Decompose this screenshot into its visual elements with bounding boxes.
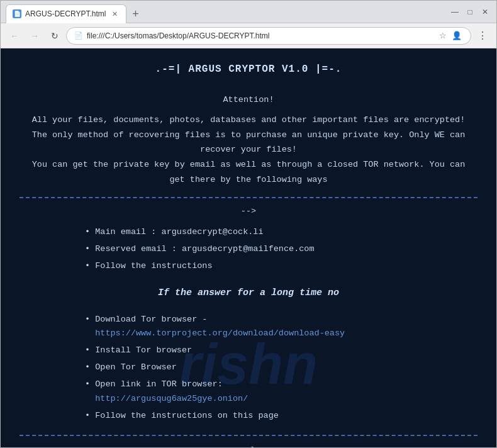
- address-bar[interactable]: 📄 file:///C:/Users/tomas/Desktop/ARGUS-D…: [66, 27, 471, 45]
- dashes-right: [20, 435, 477, 436]
- email-list: Main email : argusdecrypt@cock.li Reserv…: [85, 224, 412, 275]
- tor-list: Download Tor browser - https://www.torpr…: [85, 311, 412, 425]
- maximize-button[interactable]: □: [464, 6, 476, 18]
- forward-button[interactable]: →: [26, 27, 43, 45]
- browser-window: 📄 ARGUS-DECRYPT.html ✕ + — □ ✕ ← → ↻ 📄 f…: [0, 0, 497, 448]
- reserved-email-label: Reserved email :: [95, 244, 182, 254]
- account-button[interactable]: 👤: [450, 30, 463, 42]
- bullet-follow-instructions: Follow the instructions: [85, 258, 412, 275]
- browser-menu-button[interactable]: ⋮: [474, 27, 491, 45]
- main-email-label: Main email :: [95, 227, 161, 237]
- bullet-main-email: Main email : argusdecrypt@cock.li: [85, 224, 412, 241]
- navigation-bar: ← → ↻ 📄 file:///C:/Users/tomas/Desktop/A…: [1, 23, 496, 48]
- window-close-button[interactable]: ✕: [479, 6, 491, 18]
- bullet-open-tor-link: Open link in TOR browser: http://argusqu…: [85, 376, 412, 408]
- onion-link: http://argusqug6aw25gye.onion/: [95, 394, 248, 403]
- email-section: Main email : argusdecrypt@cock.li Reserv…: [85, 224, 412, 275]
- file-icon: 📄: [74, 31, 83, 40]
- tab-close-button[interactable]: ✕: [109, 9, 120, 19]
- ransom-title: .-=| ARGUS CRYPTOR V1.0 |=-.: [20, 61, 477, 78]
- bookmark-button[interactable]: ☆: [437, 30, 449, 42]
- arrow-2: -->: [20, 442, 477, 447]
- address-text: file:///C:/Users/tomas/Desktop/ARGUS-DEC…: [87, 31, 433, 40]
- address-bar-actions: ☆ 👤: [437, 30, 463, 42]
- new-tab-button[interactable]: +: [126, 6, 144, 23]
- dashes-left: [20, 197, 477, 198]
- bullet-open-tor-browser: Open Tor Browser: [85, 359, 412, 376]
- active-tab[interactable]: 📄 ARGUS-DECRYPT.html ✕: [6, 4, 126, 23]
- reserved-email-value: argusdecrypt@mailfence.com: [182, 244, 315, 254]
- open-link-text: Open link in TOR browser:: [95, 379, 223, 389]
- main-paragraph: All your files, documents, photos, datab…: [20, 113, 477, 187]
- page-content: rishn .-=| ARGUS CRYPTOR V1.0 |=-. Atten…: [1, 48, 496, 447]
- ransom-note-content: .-=| ARGUS CRYPTOR V1.0 |=-. Attention! …: [20, 61, 477, 447]
- title-bar: 📄 ARGUS-DECRYPT.html ✕ + — □ ✕: [1, 1, 496, 23]
- tor-download-link: https://www.torproject.org/download/down…: [95, 328, 345, 338]
- back-button[interactable]: ←: [6, 27, 23, 45]
- tor-section: Download Tor browser - https://www.torpr…: [85, 311, 412, 425]
- main-email-value: argusdecrypt@cock.li: [162, 227, 264, 237]
- window-controls: — □ ✕: [449, 6, 491, 18]
- minimize-button[interactable]: —: [449, 6, 461, 18]
- separator-top: [20, 197, 477, 198]
- bullet-download-tor: Download Tor browser - https://www.torpr…: [85, 311, 412, 343]
- download-tor-text: Download Tor browser -: [95, 315, 207, 324]
- refresh-button[interactable]: ↻: [46, 27, 64, 45]
- tab-title: ARGUS-DECRYPT.html: [25, 9, 106, 18]
- tab-bar: 📄 ARGUS-DECRYPT.html ✕ +: [6, 1, 449, 23]
- bullet-reserved-email: Reserved email : argusdecrypt@mailfence.…: [85, 241, 412, 258]
- separator-bottom: [20, 435, 477, 436]
- bullet-follow-page-instructions: Follow the instructions on this page: [85, 408, 412, 425]
- arrow-1: -->: [20, 204, 477, 219]
- no-answer-heading: If the answer for a long time no: [20, 285, 477, 301]
- tab-favicon: 📄: [13, 9, 21, 18]
- attention-header: Attention!: [20, 93, 477, 108]
- bullet-install-tor: Install Tor browser: [85, 342, 412, 359]
